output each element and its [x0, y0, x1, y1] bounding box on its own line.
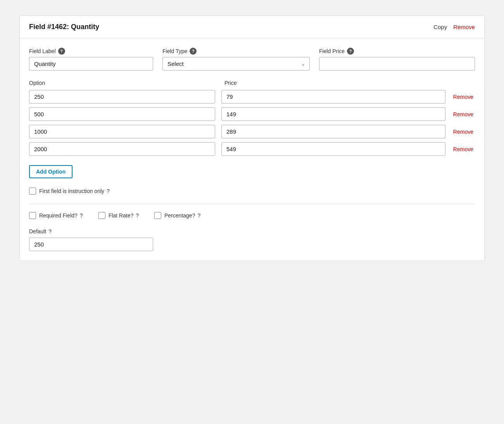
- default-help-icon: ?: [48, 228, 52, 234]
- copy-button[interactable]: Copy: [433, 24, 447, 30]
- field-label-input[interactable]: [29, 57, 153, 71]
- option-col-header: Option: [29, 80, 215, 86]
- option-input-wrapper: [29, 107, 215, 121]
- default-section: Default ?: [29, 228, 475, 251]
- percentage-checkbox[interactable]: [154, 212, 161, 219]
- card-title: Field #1462: Quantity: [29, 23, 99, 31]
- required-label: Required Field? ?: [39, 212, 83, 219]
- default-label: Default ?: [29, 228, 475, 234]
- option-input[interactable]: [29, 107, 215, 121]
- instruction-help-icon: ?: [107, 188, 110, 194]
- card-header: Field #1462: Quantity Copy Remove: [20, 16, 484, 38]
- flat-rate-checkbox[interactable]: [98, 212, 105, 219]
- flat-rate-label: Flat Rate? ?: [109, 212, 139, 219]
- price-col-header: Price: [224, 80, 475, 86]
- percentage-label: Percentage? ?: [164, 212, 200, 219]
- add-option-button[interactable]: Add Option: [29, 165, 72, 178]
- card-body: Field Label ? Field Type ? Select Text N…: [20, 38, 484, 260]
- remove-option-button[interactable]: Remove: [452, 111, 475, 117]
- price-input-wrapper: [221, 90, 445, 103]
- field-type-label: Field Type ?: [162, 48, 310, 55]
- field-price-group: Field Price ?: [319, 48, 475, 71]
- flat-rate-group: Flat Rate? ?: [98, 212, 139, 219]
- percentage-help-icon: ?: [197, 212, 200, 219]
- required-checkbox[interactable]: [29, 212, 36, 219]
- checkboxes-row: Required Field? ? Flat Rate? ? Percentag…: [29, 212, 475, 219]
- option-input-wrapper: [29, 125, 215, 138]
- required-field-group: Required Field? ?: [29, 212, 83, 219]
- price-input[interactable]: [221, 107, 445, 121]
- field-label-help-icon: ?: [58, 48, 65, 55]
- table-row: Remove: [29, 90, 475, 103]
- top-fields-row: Field Label ? Field Type ? Select Text N…: [29, 48, 475, 71]
- options-header: Option Price: [29, 80, 475, 86]
- remove-option-button[interactable]: Remove: [452, 94, 475, 100]
- field-type-help-icon: ?: [190, 48, 197, 55]
- field-type-group: Field Type ? Select Text Number Checkbox…: [162, 48, 310, 71]
- options-list: Remove Remove Remove: [29, 90, 475, 156]
- price-input-wrapper: [221, 107, 445, 121]
- option-input[interactable]: [29, 125, 215, 138]
- option-input-wrapper: [29, 142, 215, 156]
- instruction-row: First field is instruction only ?: [29, 188, 475, 195]
- required-help-icon: ?: [80, 212, 83, 219]
- table-row: Remove: [29, 107, 475, 121]
- field-card: Field #1462: Quantity Copy Remove Field …: [19, 16, 485, 261]
- field-price-label: Field Price ?: [319, 48, 475, 55]
- option-input-wrapper: [29, 90, 215, 103]
- default-input[interactable]: [29, 238, 153, 251]
- option-input[interactable]: [29, 90, 215, 103]
- field-label-group: Field Label ?: [29, 48, 153, 71]
- remove-option-button[interactable]: Remove: [452, 146, 475, 152]
- remove-button[interactable]: Remove: [453, 24, 475, 30]
- price-input[interactable]: [221, 125, 445, 138]
- field-type-select-wrapper: Select Text Number Checkbox Radio ⌄: [162, 57, 310, 71]
- table-row: Remove: [29, 125, 475, 138]
- instruction-checkbox[interactable]: [29, 188, 36, 195]
- flat-rate-help-icon: ?: [136, 212, 139, 219]
- field-label-label: Field Label ?: [29, 48, 153, 55]
- field-price-help-icon: ?: [347, 48, 354, 55]
- default-input-wrapper: [29, 238, 153, 251]
- header-actions: Copy Remove: [433, 24, 475, 30]
- remove-option-button[interactable]: Remove: [452, 129, 475, 135]
- price-input-wrapper: [221, 142, 445, 156]
- price-input[interactable]: [221, 90, 445, 103]
- table-row: Remove: [29, 142, 475, 156]
- option-input[interactable]: [29, 142, 215, 156]
- price-input[interactable]: [221, 142, 445, 156]
- price-input-wrapper: [221, 125, 445, 138]
- field-type-select[interactable]: Select Text Number Checkbox Radio: [162, 57, 310, 71]
- section-divider: [29, 204, 475, 204]
- instruction-label: First field is instruction only ?: [39, 188, 110, 194]
- percentage-group: Percentage? ?: [154, 212, 200, 219]
- field-price-input[interactable]: [319, 57, 475, 71]
